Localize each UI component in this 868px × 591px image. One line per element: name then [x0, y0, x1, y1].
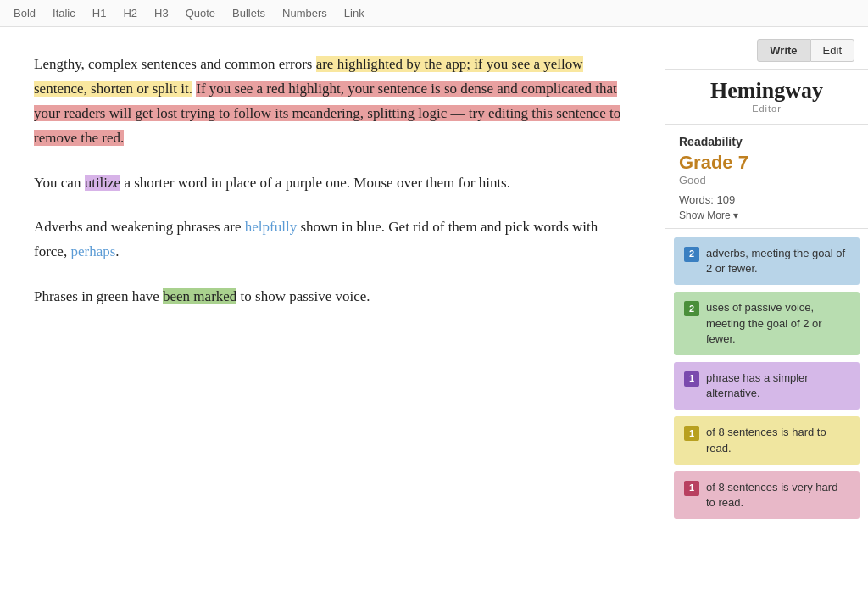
stat-card-very-hard: 1of 8 sentences is very hard to read.	[674, 471, 860, 519]
toolbar: Bold Italic H1 H2 H3 Quote Bullets Numbe…	[0, 0, 868, 27]
stat-text-hard: of 8 sentences is hard to read.	[706, 425, 849, 455]
stat-card-adverbs: 2adverbs, meeting the goal of 2 or fewer…	[674, 237, 860, 285]
toolbar-bullets[interactable]: Bullets	[232, 7, 265, 20]
paragraph-2: You can utilize a shorter word in place …	[34, 171, 631, 196]
stats-list: 2adverbs, meeting the goal of 2 or fewer…	[665, 229, 868, 583]
words-count: 109	[717, 193, 736, 206]
write-tab[interactable]: Write	[757, 39, 810, 62]
grade-label: Good	[679, 174, 854, 187]
stat-card-passive: 2uses of passive voice, meeting the goal…	[674, 292, 860, 355]
stat-badge-simpler: 1	[684, 371, 699, 387]
para4-before: Phrases in green have	[34, 288, 163, 304]
show-more-button[interactable]: Show More ▾	[679, 209, 854, 221]
brand-sub: Editor	[679, 103, 854, 114]
para3-blue-highlight: helpfully	[245, 219, 297, 235]
stat-badge-very-hard: 1	[684, 481, 699, 496]
words-line: Words: 109	[679, 193, 854, 206]
toolbar-h3[interactable]: H3	[154, 7, 169, 20]
paragraph-3: Adverbs and weakening phrases are helpfu…	[34, 215, 631, 265]
edit-tab[interactable]: Edit	[810, 39, 854, 62]
stat-card-simpler: 1phrase has a simpler alternative.	[674, 362, 860, 410]
para2-before: You can	[34, 175, 85, 191]
stat-badge-hard: 1	[684, 426, 699, 441]
toolbar-bold[interactable]: Bold	[14, 7, 36, 20]
stat-text-passive: uses of passive voice, meeting the goal …	[706, 300, 849, 347]
sidebar: Write Edit Hemingway Editor Readability …	[665, 27, 868, 583]
para4-green-highlight: been marked	[163, 288, 236, 304]
readability-section: Readability Grade 7 Good Words: 109 Show…	[665, 125, 868, 229]
para2-purple-highlight: utilize	[85, 175, 120, 191]
para3-blue2-highlight: perhaps	[70, 243, 115, 259]
para3-before: Adverbs and weakening phrases are	[34, 219, 245, 235]
stat-text-very-hard: of 8 sentences is very hard to read.	[706, 480, 849, 510]
stat-text-adverbs: adverbs, meeting the goal of 2 or fewer.	[706, 246, 849, 276]
stat-badge-passive: 2	[684, 301, 699, 316]
toolbar-quote[interactable]: Quote	[186, 7, 215, 20]
paragraph-4: Phrases in green have been marked to sho…	[34, 285, 631, 309]
para4-after: to show passive voice.	[236, 288, 370, 304]
stat-card-hard: 1of 8 sentences is hard to read.	[674, 416, 860, 464]
toolbar-italic[interactable]: Italic	[53, 7, 75, 20]
para2-after: a shorter word in place of a purple one.…	[120, 175, 510, 191]
editor-area[interactable]: Lengthy, complex sentences and common er…	[0, 27, 665, 583]
grade-value: Grade 7	[679, 152, 854, 174]
para1-plain-start: Lengthy, complex sentences and common er…	[34, 56, 316, 72]
toolbar-numbers[interactable]: Numbers	[282, 7, 327, 20]
chevron-down-icon: ▾	[733, 209, 738, 221]
sidebar-tabs: Write Edit	[665, 27, 868, 70]
main-layout: Lengthy, complex sentences and common er…	[0, 27, 868, 583]
toolbar-h2[interactable]: H2	[123, 7, 137, 20]
readability-title: Readability	[679, 135, 854, 148]
brand-logo-area: Hemingway Editor	[665, 70, 868, 125]
stat-badge-adverbs: 2	[684, 247, 699, 262]
toolbar-link[interactable]: Link	[344, 7, 364, 20]
paragraph-1: Lengthy, complex sentences and common er…	[34, 53, 631, 151]
stat-text-simpler: phrase has a simpler alternative.	[706, 371, 849, 401]
brand-name: Hemingway	[679, 78, 854, 103]
toolbar-h1[interactable]: H1	[92, 7, 107, 20]
para3-after: .	[115, 243, 119, 259]
words-label: Words	[679, 193, 710, 206]
